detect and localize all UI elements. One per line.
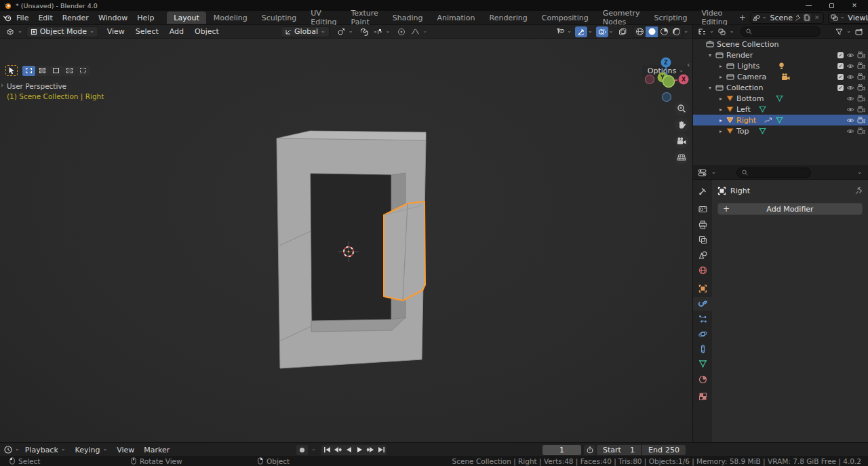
play-button[interactable] [354,445,365,455]
eye-icon[interactable] [846,63,854,69]
select-mode-subtract-button[interactable] [50,66,62,76]
expand-arrow-icon[interactable]: ▸ [718,63,724,69]
chevron-down-icon[interactable]: ⌄ [386,28,391,34]
expand-arrow-icon[interactable]: ▸ [718,74,724,80]
display-mode-icon[interactable] [717,26,727,37]
tab-render[interactable] [693,202,712,216]
show-gizmo-toggle[interactable] [575,26,587,37]
tab-animation[interactable]: Animation [430,12,481,24]
tab-modeling[interactable]: Modeling [207,12,254,24]
tab-object-data[interactable] [693,357,712,370]
collection-checkbox[interactable]: ✓ [837,74,844,80]
tab-particles[interactable] [693,312,712,326]
menu-view[interactable]: View [102,26,130,37]
chevron-down-icon[interactable]: ⌄ [567,28,572,34]
editor-type-properties-icon[interactable] [696,168,707,178]
tab-sculpting[interactable]: Sculpting [255,12,303,24]
menu-window[interactable]: Window [94,12,132,24]
tab-object[interactable] [693,281,712,295]
chevron-down-icon[interactable]: ⌄ [588,28,593,34]
eye-icon[interactable] [846,52,854,58]
pivot-point-icon[interactable] [335,26,347,37]
jump-to-end-button[interactable] [376,445,387,455]
current-frame-input[interactable]: 1 [542,445,581,455]
viewport-3d[interactable]: ⌄ Object Mode ⌄ View Select Add Object G… [0,25,693,442]
pin-icon[interactable] [795,14,801,22]
toggle-xray-button[interactable] [616,26,629,37]
outliner-row-bottom[interactable]: ▸ Bottom [693,93,868,104]
orthographic-toggle-icon[interactable] [674,150,689,165]
tab-constraints[interactable] [693,342,712,355]
camera-visibility-icon[interactable] [857,106,865,113]
toolbar-expand-arrow[interactable]: › [1,81,3,90]
select-mode-intersect-button[interactable] [77,66,90,76]
chevron-down-icon[interactable]: ⌄ [684,28,688,34]
select-mode-set-button[interactable] [22,66,35,76]
collection-checkbox[interactable]: ✓ [837,52,844,58]
jump-to-start-button[interactable] [321,445,332,455]
proportional-editing-icon[interactable] [395,26,408,37]
chevron-down-icon[interactable]: ⌄ [709,28,714,34]
chevron-down-icon[interactable]: ⌄ [711,170,716,175]
add-workspace-button[interactable]: + [735,12,750,23]
unlink-scene-button[interactable]: ✕ [813,14,821,21]
menu-render[interactable]: Render [58,12,94,24]
outliner-row-right[interactable]: ▸ Right [693,115,868,125]
shading-rendered-button[interactable] [670,26,682,37]
add-modifier-button[interactable]: + Add Modifier [717,203,863,215]
prev-keyframe-button[interactable] [332,445,343,455]
menu-keying[interactable]: Keying⌄ [71,444,112,456]
camera-visibility-icon[interactable] [857,128,865,134]
expand-arrow-icon[interactable]: ▸ [718,96,724,102]
next-keyframe-button[interactable] [365,445,376,455]
tab-scene[interactable] [693,248,712,261]
collection-checkbox[interactable]: ✓ [837,63,844,69]
menu-marker[interactable]: Marker [140,444,174,456]
menu-edit[interactable]: Edit [33,12,57,24]
eye-icon[interactable] [846,96,854,102]
chevron-down-icon[interactable]: ⌄ [349,28,353,34]
outliner-row-camera[interactable]: ▸ Camera ✓ [693,71,868,82]
shading-wireframe-button[interactable] [633,26,646,37]
snap-magnet-icon[interactable] [359,26,371,37]
eye-icon[interactable] [846,74,854,80]
show-overlays-toggle[interactable] [596,26,608,37]
tab-output[interactable] [693,218,712,231]
outliner-row-left[interactable]: ▸ Left [693,104,868,115]
outliner-row-lights[interactable]: ▸ Lights ✓ [693,60,868,71]
chevron-down-icon[interactable]: ⌄ [15,446,20,452]
outliner-row-scene-collection[interactable]: Scene Collection [693,39,868,50]
shading-material-button[interactable] [658,26,670,37]
outliner-row-collection[interactable]: ▾ Collection ✓ [693,82,868,93]
eye-icon[interactable] [846,128,854,134]
breadcrumb-object-name[interactable]: Right [730,187,750,195]
expand-arrow-icon[interactable]: ▾ [707,52,713,58]
tab-modifiers[interactable] [693,297,712,311]
chevron-down-icon[interactable]: ⌄ [857,170,865,175]
camera-view-icon[interactable] [674,134,689,149]
use-preview-range-button[interactable] [584,445,595,455]
eye-icon[interactable] [846,117,854,123]
chevron-down-icon[interactable]: ⌄ [18,28,22,34]
camera-visibility-icon[interactable] [857,117,865,123]
view-layer-selector[interactable]: ⌄ ViewLayer ✕ [828,12,868,24]
tab-shading[interactable]: Shading [386,12,430,24]
editor-type-outliner-icon[interactable] [696,26,707,37]
tab-physics[interactable] [693,327,712,341]
navigation-gizmo[interactable]: Z Y X [643,56,690,104]
expand-arrow-icon[interactable]: ▾ [707,85,713,91]
tab-layout[interactable]: Layout [167,12,205,24]
shading-solid-button[interactable] [646,26,658,37]
outliner-row-top[interactable]: ▸ Top [693,125,868,136]
menu-add[interactable]: Add [165,26,189,37]
menu-select[interactable]: Select [131,26,163,37]
expand-arrow-icon[interactable]: ▸ [718,117,724,123]
mode-dropdown[interactable]: Object Mode ⌄ [26,26,98,37]
expand-arrow-icon[interactable]: ▸ [718,106,724,113]
menu-file[interactable]: File [12,12,33,24]
chevron-down-icon[interactable]: ⌄ [730,28,734,34]
select-mode-invert-button[interactable] [63,66,76,76]
eye-icon[interactable] [846,106,854,113]
editor-type-3d-icon[interactable] [4,26,16,37]
pan-hand-icon[interactable] [674,117,689,132]
